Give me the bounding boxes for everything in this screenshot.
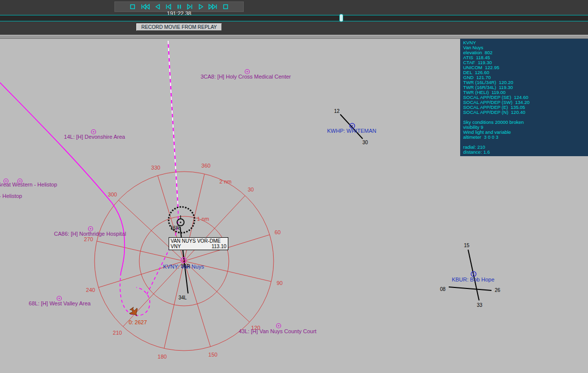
step-back-button[interactable] [164,3,172,10]
airport-labels: KVNY: Van Nuys KWHP: WHITEMAN KBUR: Bob … [163,128,494,282]
flight-track-history [0,83,124,273]
step-forward-button[interactable] [186,3,194,10]
kbur-runway-08-26 [449,287,491,290]
runway-label-26: 26 [494,287,500,293]
vor-tooltip: VAN NUYS VOR-DME VNY 113.10 [169,237,228,250]
rose-label: 300 [108,191,117,197]
stop-icon [222,3,229,10]
play-button[interactable] [197,3,204,10]
xplane-replay-screen: 191:22.38 RECORD MOVIE FROM REPLAY [0,0,588,373]
runway-label-12: 12 [334,108,340,114]
runway-label-33: 33 [477,302,483,308]
rose-label: 240 [86,287,95,293]
scrubber-handle[interactable] [339,14,343,22]
toolbar-map-divider [0,35,588,39]
aircraft-icon [128,306,140,318]
rose-label: 360 [201,163,210,169]
runway-label-34L: 34L [179,295,187,300]
heliport-icon-county-court [277,324,281,328]
kwhp-runway [340,114,363,139]
heliport-labels: 3CA8: [H] Holy Cross Medical Center 14L:… [0,74,316,334]
heliport-label: 43L: [H] Van Nuys County Court [239,328,316,334]
kvny-label: KVNY: Van Nuys [163,264,204,270]
skip-to-start-icon [140,3,150,10]
heliport-label: Great Western - Helistop [0,182,57,187]
fast-forward-button[interactable] [208,3,218,10]
runway-label-15: 15 [464,243,470,248]
rose-label: 210 [113,330,122,336]
airport-info-panel: KVNY Van Nuys elevation 802 ATIS 118.45 … [460,39,588,156]
kbur-label: KBUR: Bob Hope [452,277,494,282]
flight-track [0,41,178,315]
rose-label: 330 [151,165,160,171]
pause-button[interactable] [176,3,183,10]
aircraft-transponder-label: 0: 2627 [129,319,147,325]
vor-tooltip-id: VNY [171,244,181,249]
runway-label-30: 30 [362,140,368,145]
info-line: SOCAL APP/DEP (N) 120.40 [463,110,585,115]
skip-to-start-button[interactable] [140,3,150,10]
fast-forward-icon [208,3,218,10]
info-line: altimeter 3 0 0 3 [463,135,585,140]
replay-toolbar: 191:22.38 RECORD MOVIE FROM REPLAY [0,0,588,35]
stop-button[interactable] [129,3,136,10]
play-reverse-button[interactable] [154,3,161,10]
flight-track-loop [120,273,150,315]
replay-scrubber[interactable] [0,15,588,21]
runways [180,114,491,300]
rose-label: 180 [158,354,167,360]
step-back-icon [164,3,172,10]
heliport-label: 14L: [H] Devonshire Area [64,134,126,140]
local-map[interactable]: 360 30 60 90 120 150 180 210 240 270 300… [0,39,588,373]
range-ring-label-2nm: 2 nm [219,179,231,185]
pause-icon [176,3,183,10]
airport-symbols [181,123,476,277]
info-line: distance: 1.6 [463,150,585,155]
rose-label: 270 [84,236,93,242]
vor-tooltip-title: VAN NUYS VOR-DME [171,238,226,244]
play-reverse-icon [154,3,161,10]
rose-label: 90 [277,280,283,286]
kbur-runway-15-33 [468,250,479,300]
heliport-label: - Helistop [0,193,22,199]
rose-label: 150 [208,352,217,358]
heliport-symbols [4,70,281,328]
range-ring-label-1nm: 1 nm [197,216,209,222]
stop-button-right[interactable] [222,3,229,10]
step-forward-icon [186,3,194,10]
stop-icon [129,3,136,10]
rose-label: 60 [275,229,281,235]
heliport-label: CA86: [H] Northridge Hospital [54,231,126,237]
heliport-label: 3CA8: [H] Holy Cross Medical Center [200,74,291,80]
rose-label: 30 [248,186,254,192]
runway-number-labels: 16R 34L 34R 12 30 15 33 08 26 [171,108,500,308]
record-movie-button[interactable]: RECORD MOVIE FROM REPLAY [136,23,222,31]
kwhp-label: KWHP: WHITEMAN [327,128,377,134]
play-icon [197,3,204,10]
runway-label-08: 08 [440,286,446,292]
heliport-label: 68L: [H] West Valley Area [29,300,91,306]
vor-tooltip-frequency: 113.10 [211,244,226,249]
